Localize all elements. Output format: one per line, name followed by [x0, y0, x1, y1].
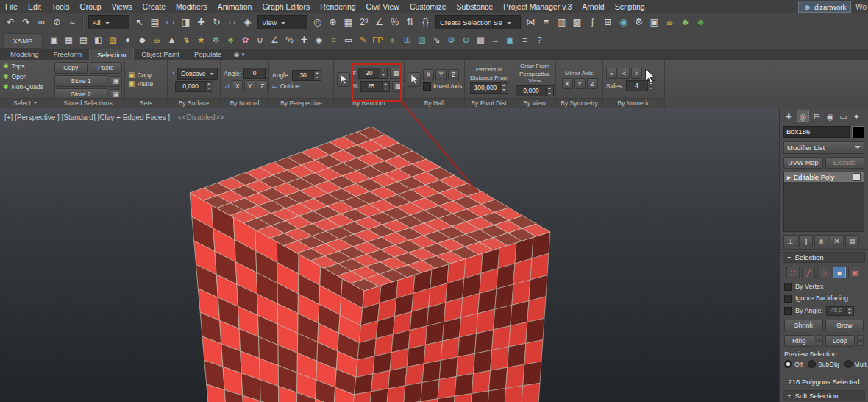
- panel-tab-hierarchy[interactable]: ⊟: [811, 110, 822, 121]
- panel-tab-modify[interactable]: ◎: [797, 110, 809, 122]
- populate-tree-icon[interactable]: ♣: [677, 15, 693, 30]
- percent-icon[interactable]: %: [282, 34, 296, 48]
- populate-tree2-icon[interactable]: ♣: [693, 15, 708, 30]
- random-select-button[interactable]: ▦: [390, 68, 402, 79]
- configure-modifier-sets-icon[interactable]: ▤: [845, 235, 859, 247]
- subobject-polygon-icon[interactable]: ■: [833, 267, 846, 278]
- surface-mode-dropdown[interactable]: Concave: [177, 68, 218, 80]
- modifier-list-dropdown[interactable]: Modifier List: [783, 141, 864, 154]
- tree-icon[interactable]: ♣: [224, 34, 238, 48]
- magnet-icon[interactable]: ∪: [253, 34, 267, 48]
- half-pick-button[interactable]: [408, 72, 421, 87]
- stored-paste-button[interactable]: Paste: [90, 62, 123, 74]
- select-and-move-icon[interactable]: ✚: [193, 15, 209, 30]
- symmetry-axis-button[interactable]: Y: [574, 78, 586, 89]
- preview-radio[interactable]: Multi: [844, 360, 868, 368]
- select-open[interactable]: ✱ Open: [3, 72, 49, 81]
- curve-editor-icon[interactable]: ∫: [585, 15, 600, 30]
- bind-to-space-warp-icon[interactable]: ≈: [65, 15, 80, 30]
- camera-icon[interactable]: ◉: [312, 34, 326, 48]
- random-deselect-button[interactable]: ▩: [392, 81, 404, 92]
- subobject-border-icon[interactable]: ◇: [817, 267, 830, 278]
- symmetry-axis-button[interactable]: X: [562, 78, 573, 89]
- schematic-view-icon[interactable]: ⊞: [600, 15, 616, 30]
- redo-icon[interactable]: ↷: [18, 15, 34, 30]
- axis-tripod-icon[interactable]: ✚: [297, 34, 311, 48]
- panel-tab-create[interactable]: ✚: [783, 110, 794, 121]
- normal-axis-button[interactable]: Y: [244, 80, 255, 91]
- resize-icon[interactable]: ⇘: [430, 34, 444, 48]
- sides-spinner[interactable]: 4: [626, 80, 655, 91]
- store-1-options-button[interactable]: ▣: [110, 76, 122, 87]
- soft-selection-rollout-header[interactable]: + Soft Selection: [783, 390, 865, 401]
- preview-radio[interactable]: SubObj: [808, 360, 839, 368]
- ribbon-tab-freeform[interactable]: Freeform: [46, 49, 90, 60]
- normal-axis-button[interactable]: X: [232, 80, 243, 91]
- reference-coordinate-dropdown[interactable]: View: [257, 15, 307, 29]
- menu-item[interactable]: Create: [138, 0, 171, 13]
- ignore-backfacing-checkbox[interactable]: [784, 295, 792, 303]
- shrink-button[interactable]: Shrink: [784, 320, 823, 331]
- menu-item[interactable]: Tools: [46, 0, 75, 13]
- light-icon[interactable]: ○: [327, 34, 341, 48]
- symmetry-axis-button[interactable]: Z: [587, 78, 598, 89]
- bars-icon[interactable]: ▥: [415, 34, 429, 48]
- subobject-edge-icon[interactable]: ╱: [802, 267, 815, 278]
- by-angle-checkbox[interactable]: [784, 307, 792, 315]
- toggle-ribbon-icon[interactable]: ▩: [569, 15, 585, 30]
- angle-snap-icon[interactable]: ∠: [371, 15, 387, 30]
- menu-item[interactable]: Views: [107, 0, 138, 13]
- menu-item[interactable]: Arnold: [577, 0, 609, 13]
- stack-visibility-toggle[interactable]: [853, 173, 861, 181]
- select-tops[interactable]: ✱ Tops: [3, 62, 49, 71]
- grow-button[interactable]: Grow: [825, 320, 864, 331]
- select-and-link-icon[interactable]: ∞: [34, 15, 49, 30]
- flower-icon[interactable]: ✿: [238, 34, 252, 48]
- package-icon[interactable]: ▩: [474, 34, 488, 48]
- selection-region-icon[interactable]: ▭: [163, 15, 178, 30]
- numeric-op-button[interactable]: >: [631, 68, 642, 79]
- menu-item[interactable]: File: [0, 0, 23, 13]
- arrow-icon[interactable]: →: [488, 34, 502, 48]
- normal-angle-spinner[interactable]: 0: [243, 68, 268, 79]
- monitor-icon[interactable]: ▭: [341, 34, 355, 48]
- select-and-place-icon[interactable]: ◈: [240, 15, 255, 30]
- sphere-primitive-icon[interactable]: ●: [121, 34, 135, 48]
- ring-button[interactable]: Ring: [784, 335, 814, 347]
- half-axis-button[interactable]: X: [423, 69, 434, 80]
- menu-item[interactable]: Edit: [23, 0, 46, 13]
- panel-tab-utilities[interactable]: ✦: [851, 110, 862, 121]
- subobject-element-icon[interactable]: ▣: [848, 267, 861, 278]
- mirror-icon[interactable]: ⋈: [523, 15, 538, 30]
- percent-snap-icon[interactable]: %: [387, 15, 402, 30]
- subobject-vertex-icon[interactable]: ∷: [786, 267, 800, 278]
- ring-spinner[interactable]: [817, 335, 823, 347]
- invert-axis-checkbox[interactable]: [423, 82, 431, 91]
- select-object-icon[interactable]: ↖: [132, 15, 147, 30]
- outline-toggle[interactable]: Outline: [280, 82, 300, 90]
- box-primitive-icon[interactable]: ▧: [106, 34, 120, 48]
- menu-item[interactable]: Civil View: [361, 0, 405, 13]
- normal-axis-button[interactable]: Z: [257, 80, 268, 91]
- menu-item[interactable]: Graph Editors: [257, 0, 315, 13]
- menu-item[interactable]: Scripting: [610, 0, 650, 13]
- gear-icon[interactable]: ⚙: [444, 34, 458, 48]
- stack-expand-arrow[interactable]: ▸: [787, 173, 791, 181]
- perspective-viewport[interactable]: [+] [Perspective ] [Standard] [Clay + Ed…: [0, 108, 780, 402]
- geometry-icon[interactable]: ◆: [135, 34, 149, 48]
- store-2-options-button[interactable]: ▣: [110, 89, 122, 99]
- select-and-scale-icon[interactable]: ▱: [224, 15, 240, 30]
- ribbon-tab-modeling[interactable]: Modeling: [3, 49, 46, 60]
- random-count-spinner[interactable]: 20: [358, 68, 388, 79]
- pivot-distance-spinner[interactable]: 100,000: [470, 82, 508, 94]
- ribbon-tab-populate[interactable]: Populate: [187, 49, 230, 60]
- sets-paste-button[interactable]: Paste: [137, 80, 153, 88]
- make-unique-icon[interactable]: ⋔: [814, 235, 828, 247]
- slate-icon[interactable]: ▣: [503, 34, 517, 48]
- named-selection-sets-icon[interactable]: {}: [418, 15, 433, 30]
- render-production-icon[interactable]: ☕: [662, 15, 677, 30]
- remove-modifier-icon[interactable]: ✕: [830, 235, 844, 247]
- keyboard-override-icon[interactable]: ▦: [341, 15, 356, 30]
- lattice-icon[interactable]: ⊞: [400, 34, 414, 48]
- ribbon-tab-selection[interactable]: Selection: [89, 49, 134, 60]
